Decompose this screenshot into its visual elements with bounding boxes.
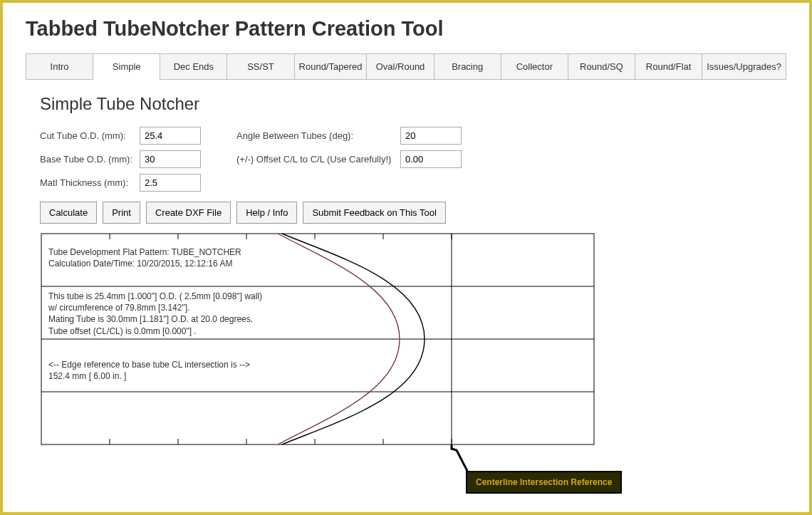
thickness-label: Matl Thickness (mm): [40,177,140,188]
cut-od-input[interactable] [140,127,201,145]
tab-dec-ends[interactable]: Dec Ends [160,53,227,79]
tab-simple[interactable]: Simple [93,53,160,80]
tab-ss-st[interactable]: SS/ST [227,53,294,79]
cut-od-label: Cut Tube O.D. (mm): [40,130,140,141]
create-dxf-button[interactable]: Create DXF File [146,202,231,224]
tab-bracing[interactable]: Bracing [434,53,501,79]
edge-ref-line2: 152.4 mm [ 6.00 in. ] [48,370,250,382]
angle-input[interactable] [400,127,462,145]
tab-round-sq[interactable]: Round/SQ [568,53,635,79]
tab-issues[interactable]: Issues/Upgrades? [702,53,786,79]
pattern-spec-block: This tube is 25.4mm [1.000"] O.D. ( 2.5m… [48,291,262,337]
panel-heading: Simple Tube Notcher [40,94,786,114]
calculate-button[interactable]: Calculate [40,202,97,224]
print-button[interactable]: Print [103,202,140,224]
spec-line1: This tube is 25.4mm [1.000"] O.D. ( 2.5m… [48,291,262,302]
spec-line3: Mating Tube is 30.0mm [1.181"] O.D. at 2… [48,313,262,325]
tab-round-flat[interactable]: Round/Flat [635,53,702,79]
thickness-input[interactable] [140,174,201,192]
centerline-callout: Centerline Intersection Reference [466,471,622,494]
pattern-title-line1: Tube Development Flat Pattern: TUBE_NOTC… [48,246,241,258]
spec-line4: Tube offset (CL/CL) is 0.0mm [0.000"] . [48,326,262,337]
spec-line2: w/ circumference of 79.8mm [3.142"]. [48,302,262,313]
page-title: Tabbed TubeNotcher Pattern Creation Tool [26,17,786,41]
offset-input[interactable] [400,150,462,168]
tab-intro[interactable]: Intro [26,53,93,79]
form-area: Cut Tube O.D. (mm): Angle Between Tubes … [26,127,786,192]
base-od-label: Base Tube O.D. (mm): [40,154,140,165]
tab-bar: Intro Simple Dec Ends SS/ST Round/Tapere… [26,53,786,80]
button-bar: Calculate Print Create DXF File Help / I… [26,202,786,224]
pattern-title-block: Tube Development Flat Pattern: TUBE_NOTC… [48,246,241,269]
feedback-button[interactable]: Submit Feedback on This Tool [303,202,445,224]
tab-oval-round[interactable]: Oval/Round [367,53,434,79]
edge-ref-line1: <-- Edge reference to base tube CL inter… [48,359,250,370]
help-button[interactable]: Help / Info [236,202,297,224]
tab-round-tapered[interactable]: Round/Tapered [295,53,368,79]
pattern-title-line2: Calculation Date/Time: 10/20/2015, 12:12… [48,258,241,269]
offset-label: (+/-) Offset C/L to C/L (Use Carefully!) [236,154,400,165]
base-od-input[interactable] [140,150,201,168]
tab-collector[interactable]: Collector [501,53,568,79]
edge-ref-block: <-- Edge reference to base tube CL inter… [48,359,250,382]
angle-label: Angle Between Tubes (deg): [236,130,400,141]
pattern-output: Tube Development Flat Pattern: TUBE_NOTC… [40,232,595,503]
